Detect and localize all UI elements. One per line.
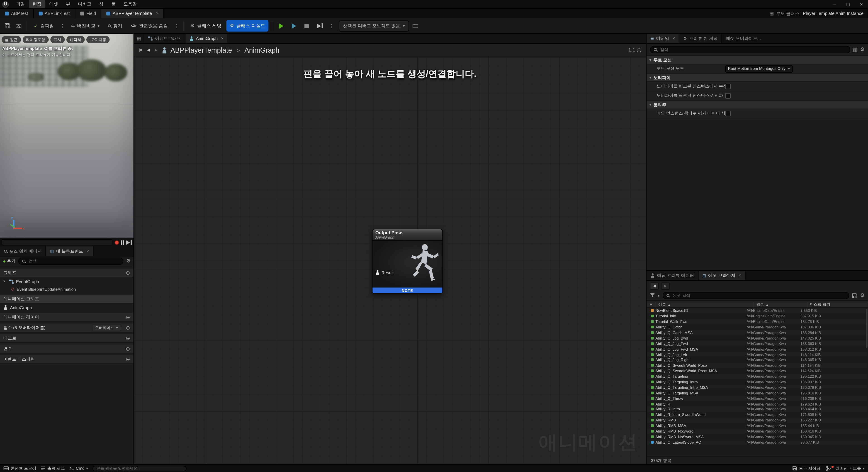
montage-use-checkbox[interactable]	[725, 111, 731, 116]
collapse-arrow-icon[interactable]: ▾	[649, 75, 651, 80]
step-forward-button[interactable]	[126, 240, 132, 245]
preview-viewport[interactable]: ▦원근 라이팅포함 표시 캐릭터 LOD 자동 ABPPlayerTemplat…	[0, 34, 133, 238]
list-item-event-blueprintupdateanimation[interactable]: ◇ Event BlueprintUpdateAnimation	[0, 285, 133, 293]
add-variable-icon[interactable]: ⊕	[126, 346, 130, 352]
stop-button[interactable]	[301, 20, 312, 32]
parent-class-value[interactable]: Player Template Anim Instance	[803, 11, 864, 16]
tab-eventgraph[interactable]: 이벤트그래프	[144, 34, 185, 43]
hide-unrelated-options-icon[interactable]: ⋮	[173, 20, 180, 32]
simulate-button[interactable]	[288, 20, 300, 32]
hide-unrelated-button[interactable]: 관련없음 숨김	[127, 20, 171, 32]
debug-object-dropdown[interactable]: 선택된 디버그 오브젝트 없음 ▾	[339, 20, 409, 31]
section-animation-graphs[interactable]: 애니메이션 그래프	[0, 295, 133, 303]
tab-asset-override[interactable]: 에셋 오버라이드...	[722, 34, 765, 43]
table-row[interactable]: Ability_R/All/Game/ParagonKwa179.624 KiB	[647, 401, 868, 407]
section-variables[interactable]: 변수 ⊕	[0, 345, 133, 353]
table-row[interactable]: Ability_Q_Jog_Bwd/All/Game/ParagonKwa147…	[647, 335, 868, 341]
breadcrumb-leaf[interactable]: AnimGraph	[244, 46, 279, 54]
category-montage[interactable]: ▾ 몽타주	[647, 101, 868, 109]
tab-pose-watch-manager[interactable]: 포즈 워치 매니저	[0, 246, 46, 256]
add-dispatcher-icon[interactable]: ⊕	[126, 356, 130, 362]
table-row[interactable]: Ability_Q_Targeting/All/Game/ParagonKwa1…	[647, 374, 868, 379]
cmd-dropdown[interactable]: Cmd ▾	[69, 466, 88, 471]
menu-help[interactable]: 도움말	[120, 0, 141, 8]
tab-anim-preview-editor[interactable]: 애님 프리뷰 에디터	[647, 271, 699, 281]
minimize-button[interactable]: –	[828, 0, 841, 8]
save-search-icon[interactable]	[852, 293, 857, 298]
add-layer-icon[interactable]: ⊕	[126, 314, 130, 320]
compile-button[interactable]: ✓ 컴파일	[30, 20, 57, 32]
breadcrumb-root[interactable]: ABPPlayerTemplate	[170, 46, 232, 54]
menu-tools[interactable]: 툴	[107, 0, 120, 8]
tab-preview-scene-settings[interactable]: ⚙ 프리뷰 씬 세팅	[679, 34, 722, 43]
all-saved-indicator[interactable]: 모두 저장됨	[792, 465, 820, 471]
category-root-motion[interactable]: ▾ 루트 모션	[647, 56, 868, 64]
table-row[interactable]: Ability_Q_Catch/All/Game/ParagonKwa187.3…	[647, 324, 868, 330]
column-disk-size[interactable]: 디스크 크기	[807, 302, 868, 307]
tab-field[interactable]: Field	[75, 9, 101, 18]
table-row[interactable]: Ability_Q_Jog_Fwd/All/Game/ParagonKwa153…	[647, 341, 868, 346]
lod-auto-button[interactable]: LOD 자동	[86, 36, 110, 43]
table-row[interactable]: Ability_R_Intro/All/Game/ParagonKwa168.4…	[647, 407, 868, 412]
gear-icon[interactable]: ⚙	[126, 259, 131, 264]
table-row[interactable]: Ability_Q_Targeting_MSA/All/Game/Paragon…	[647, 390, 868, 395]
forward-arrow-icon[interactable]: ►	[661, 282, 670, 289]
close-button[interactable]: ×	[855, 0, 868, 8]
search-input[interactable]	[659, 47, 846, 53]
table-row[interactable]: Ability_Q_Jog_Right/All/Game/ParagonKwa1…	[647, 357, 868, 363]
root-motion-mode-dropdown[interactable]: Root Motion from Montages Only ▾	[725, 65, 793, 72]
menu-view[interactable]: 뷰	[62, 0, 74, 8]
section-graphs[interactable]: 그래프 ⊕	[0, 269, 133, 277]
add-graph-icon[interactable]: ⊕	[126, 270, 130, 276]
gear-icon[interactable]: ⚙	[860, 47, 865, 52]
table-row[interactable]: Ability_Q_Throw/All/Game/ParagonKwa216.2…	[647, 395, 868, 401]
console-input[interactable]: 콘솔 명령을 입력하세요.	[92, 465, 187, 471]
result-pin[interactable]: Result	[375, 270, 394, 275]
tab-animgraph[interactable]: AnimGraph ×	[185, 34, 228, 43]
find-button[interactable]: 찾기	[104, 20, 126, 32]
diff-button[interactable]: ⇆ 버전비교 ▾	[68, 20, 103, 32]
play-button[interactable]	[276, 20, 287, 32]
table-row[interactable]: Ability_RMB_MSA/All/Game/ParagonKwa165.4…	[647, 423, 868, 429]
close-tab-icon[interactable]: ×	[86, 248, 89, 254]
menu-debug[interactable]: 디버그	[74, 0, 95, 8]
back-arrow-icon[interactable]: ◄	[650, 282, 659, 289]
close-tab-icon[interactable]: ×	[221, 36, 223, 41]
search-input[interactable]	[28, 258, 120, 264]
bookmark-icon[interactable]: ⚑	[138, 48, 143, 53]
table-row[interactable]: Ability_Q_Targeting_Intro_MSA/All/Game/P…	[647, 385, 868, 390]
tab-my-blueprint[interactable]: ▥ 내 블루프린트 ×	[46, 246, 93, 256]
column-path[interactable]: 경로 ▲	[753, 302, 807, 307]
add-function-icon[interactable]: ⊕	[126, 325, 130, 331]
collapse-arrow-icon[interactable]: ▾	[649, 58, 651, 62]
add-button[interactable]: + 추가	[3, 258, 16, 264]
tab-abplinktest[interactable]: ABPLinkTest	[34, 9, 75, 18]
tab-abptest[interactable]: ABPTest	[0, 9, 34, 18]
class-settings-button[interactable]: ⚙ 클래스 세팅	[187, 20, 225, 32]
table-row[interactable]: Ability_RMB_NoSword_MSA/All/Game/Paragon…	[647, 434, 868, 439]
forward-arrow-icon[interactable]: ►	[154, 48, 158, 53]
table-row[interactable]: Ability_Q_Targeting_Intro/All/Game/Parag…	[647, 379, 868, 385]
tab-asset-browser[interactable]: ▤ 에셋 브라우저 ×	[699, 271, 746, 281]
filter-icon[interactable]	[650, 293, 655, 298]
pause-button[interactable]	[121, 240, 124, 245]
asset-search-input[interactable]	[672, 292, 845, 298]
section-event-dispatchers[interactable]: 이벤트 디스패처 ⊕	[0, 355, 133, 364]
columns-icon[interactable]: ≡	[647, 302, 655, 306]
output-pose-node[interactable]: Output Pose AnimGraph	[372, 229, 443, 294]
table-row[interactable]: NewBlendSpace1D/All/EngineData/Engine7.5…	[647, 308, 868, 314]
notify-receive-checkbox[interactable]	[725, 84, 731, 89]
table-row[interactable]: Ability_Q_SwordInWorld_Pose_MSA/All/Game…	[647, 368, 868, 374]
close-tab-icon[interactable]: ×	[739, 273, 741, 278]
close-tab-icon[interactable]: ×	[672, 36, 675, 41]
section-macros[interactable]: 매크로 ⊕	[0, 334, 133, 343]
notify-propagate-checkbox[interactable]	[725, 93, 731, 98]
menu-file[interactable]: 파일	[12, 0, 29, 8]
table-row[interactable]: Ability_Q_SwordInWorld_Pose/All/Game/Par…	[647, 363, 868, 368]
menu-asset[interactable]: 에셋	[45, 0, 62, 8]
override-dropdown[interactable]: 오버라이드 ▾	[92, 324, 121, 331]
character-button[interactable]: 캐릭터	[66, 36, 85, 43]
show-button[interactable]: 표시	[50, 36, 64, 43]
expand-arrow-icon[interactable]: ▾	[3, 279, 7, 284]
table-row[interactable]: Tutorial_Walk_Fwd/All/EngineData/Engine1…	[647, 319, 868, 324]
